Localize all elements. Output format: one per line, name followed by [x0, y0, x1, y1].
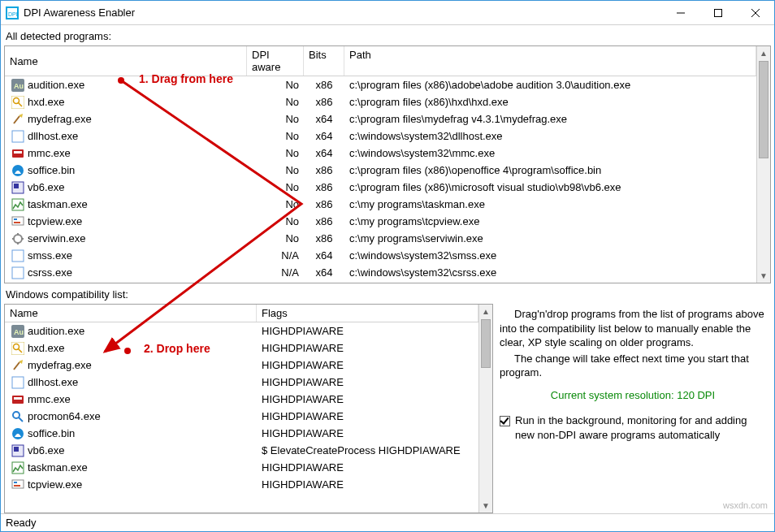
scroll-down-icon[interactable]: ▼ — [479, 499, 492, 513]
table-row[interactable]: tcpview.exeHIGHDPIAWARE — [5, 476, 478, 493]
col-flags[interactable]: Flags — [257, 305, 478, 322]
program-dpi: No — [247, 232, 304, 244]
table-row[interactable]: soffice.binHIGHDPIAWARE — [5, 425, 478, 442]
titlebar[interactable]: DPI DPI Awareness Enabler — [1, 1, 774, 25]
table-row[interactable]: procmon64.exeHIGHDPIAWARE — [5, 408, 478, 425]
program-dpi: No — [247, 147, 304, 159]
compat-flags: HIGHDPIAWARE — [257, 393, 478, 405]
scroll-thumb[interactable] — [759, 61, 769, 158]
compat-header[interactable]: Name Flags — [5, 305, 478, 322]
background-monitor-option[interactable]: Run in the background, monitoring for an… — [500, 413, 766, 442]
col-dpi[interactable]: DPI aware — [247, 46, 304, 76]
scroll-down-icon[interactable]: ▼ — [757, 269, 770, 283]
table-row[interactable]: vb6.exe$ ElevateCreateProcess HIGHDPIAWA… — [5, 442, 478, 459]
current-resolution: Current system resolution: 120 DPI — [500, 388, 766, 403]
table-row[interactable]: mydefrag.exeNox64c:\program files\mydefr… — [5, 110, 756, 128]
table-row[interactable]: mydefrag.exeHIGHDPIAWARE — [5, 357, 478, 374]
table-row[interactable]: dllhost.exeHIGHDPIAWARE — [5, 374, 478, 391]
program-bits: x86 — [304, 215, 344, 227]
program-bits: x86 — [304, 198, 344, 210]
compat-scrollbar[interactable]: ▲ ▼ — [478, 305, 492, 513]
program-name: soffice.bin — [28, 164, 75, 176]
svg-rect-28 — [21, 238, 24, 240]
app-window: DPI DPI Awareness Enabler All detected p… — [0, 0, 775, 532]
table-row[interactable]: mmc.exeHIGHDPIAWARE — [5, 391, 478, 408]
compat-name: audition.exe — [28, 325, 84, 337]
svg-text:Au: Au — [14, 82, 24, 90]
detected-scrollbar[interactable]: ▲ ▼ — [756, 46, 770, 283]
table-row[interactable]: Auaudition.exeNox86c:\program files (x86… — [5, 76, 756, 93]
table-row[interactable]: dllhost.exeNox64c:\windows\system32\dllh… — [5, 128, 756, 145]
program-bits: x86 — [304, 232, 344, 244]
table-row[interactable]: serviwin.exeNox86c:\my programs\serviwin… — [5, 230, 756, 247]
program-path: c:\program files (x86)\microsoft visual … — [344, 181, 756, 193]
compat-flags: HIGHDPIAWARE — [257, 342, 478, 354]
program-path: c:\program files (x86)\openoffice 4\prog… — [344, 164, 756, 176]
detected-programs-grid[interactable]: Name DPI aware Bits Path Auaudition.exeN… — [4, 45, 771, 283]
table-row[interactable]: mmc.exeNox64c:\windows\system32\mmc.exe — [5, 145, 756, 162]
compat-flags: HIGHDPIAWARE — [257, 461, 478, 474]
svg-point-24 — [14, 235, 22, 243]
close-button[interactable] — [737, 1, 774, 25]
program-path: c:\windows\system32\dllhost.exe — [344, 130, 756, 142]
program-icon — [11, 266, 24, 279]
svg-rect-25 — [17, 233, 19, 236]
program-dpi: No — [247, 113, 304, 125]
table-row[interactable]: soffice.binNox86c:\program files (x86)\o… — [5, 162, 756, 179]
program-icon — [11, 181, 24, 194]
app-icon: DPI — [6, 6, 19, 19]
program-name: vb6.exe — [28, 181, 65, 193]
svg-rect-49 — [14, 485, 20, 487]
detected-programs-header[interactable]: Name DPI aware Bits Path — [5, 46, 756, 76]
svg-rect-14 — [12, 131, 24, 142]
scroll-up-icon[interactable]: ▲ — [479, 305, 492, 318]
program-path: c:\my programs\taskman.exe — [344, 198, 756, 210]
svg-rect-47 — [12, 480, 24, 488]
program-icon — [11, 147, 24, 160]
table-row[interactable]: Auaudition.exeHIGHDPIAWARE — [5, 322, 478, 340]
compat-flags: HIGHDPIAWARE — [257, 478, 478, 491]
program-dpi: No — [247, 181, 304, 193]
scroll-thumb[interactable] — [481, 319, 491, 368]
status-bar: Ready — [1, 513, 774, 531]
table-row[interactable]: tcpview.exeNox86c:\my programs\tcpview.e… — [5, 213, 756, 230]
program-dpi: N/A — [247, 266, 304, 279]
compat-list-pane: Name Flags Auaudition.exeHIGHDPIAWAREhxd… — [4, 304, 493, 513]
svg-rect-21 — [12, 217, 24, 225]
col-path[interactable]: Path — [344, 46, 756, 76]
svg-rect-40 — [14, 397, 22, 400]
program-bits: x64 — [304, 266, 344, 279]
table-row[interactable]: vb6.exeNox86c:\program files (x86)\micro… — [5, 179, 756, 196]
program-name: audition.exe — [28, 79, 84, 91]
col-name[interactable]: Name — [5, 46, 247, 76]
program-path: c:\program files (x86)\adobe\adobe audit… — [344, 79, 756, 91]
svg-rect-4 — [715, 9, 722, 16]
table-row[interactable]: csrss.exeN/Ax64c:\windows\system32\csrss… — [5, 264, 756, 281]
table-row[interactable]: taskman.exeHIGHDPIAWARE — [5, 459, 478, 476]
checkbox-icon[interactable] — [500, 416, 510, 426]
compat-name: dllhost.exe — [28, 376, 78, 388]
program-bits: x86 — [304, 181, 344, 193]
program-dpi: No — [247, 215, 304, 227]
col-bits[interactable]: Bits — [304, 46, 344, 76]
svg-rect-16 — [14, 151, 22, 154]
svg-rect-26 — [17, 242, 19, 244]
col-name[interactable]: Name — [5, 305, 257, 322]
program-icon — [11, 359, 24, 372]
table-row[interactable]: hxd.exeHIGHDPIAWARE — [5, 340, 478, 357]
svg-rect-45 — [14, 447, 19, 452]
compat-name: procmon64.exe — [28, 410, 101, 422]
scroll-up-icon[interactable]: ▲ — [757, 46, 770, 60]
background-monitor-label: Run in the background, monitoring for an… — [515, 413, 766, 442]
maximize-button[interactable] — [699, 1, 737, 25]
program-icon — [11, 232, 24, 245]
compat-flags: HIGHDPIAWARE — [257, 325, 478, 337]
compat-name: soffice.bin — [28, 427, 75, 439]
table-row[interactable]: smss.exeN/Ax64c:\windows\system32\smss.e… — [5, 247, 756, 264]
compat-list-label: Windows compatibility list: — [1, 283, 774, 304]
table-row[interactable]: taskman.exeNox86c:\my programs\taskman.e… — [5, 196, 756, 213]
compat-grid[interactable]: Name Flags Auaudition.exeHIGHDPIAWAREhxd… — [4, 304, 493, 513]
table-row[interactable]: hxd.exeNox86c:\program files (x86)\hxd\h… — [5, 93, 756, 110]
minimize-button[interactable] — [662, 1, 699, 25]
svg-line-42 — [19, 417, 23, 422]
